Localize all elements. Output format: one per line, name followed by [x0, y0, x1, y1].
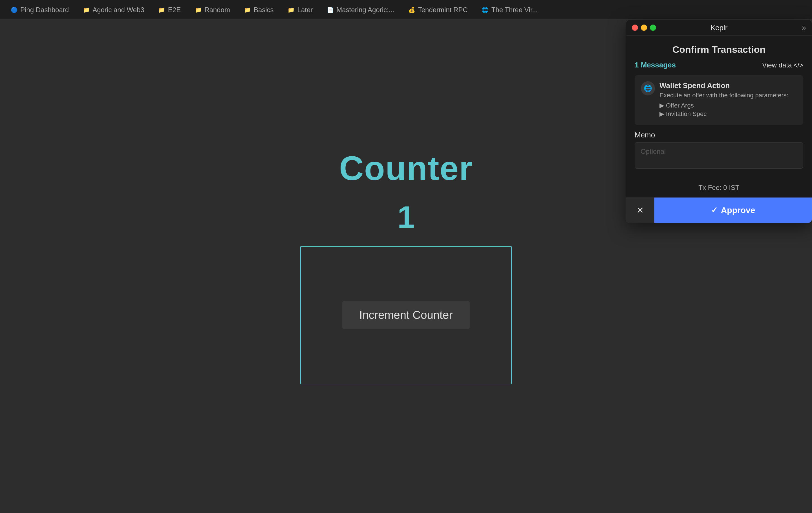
- confirm-transaction-title: Confirm Transaction: [635, 44, 803, 55]
- tab-agoric-web3[interactable]: 📁 Agoric and Web3: [78, 4, 149, 16]
- ping-dashboard-icon: 🔵: [10, 6, 18, 14]
- messages-count: 1 Messages: [635, 61, 676, 70]
- counter-value: 1: [397, 199, 414, 235]
- folder-icon-e2e: 📁: [158, 6, 166, 14]
- keplr-titlebar: Keplr »: [626, 20, 812, 35]
- tab-ping-dashboard-label: Ping Dashboard: [20, 6, 69, 14]
- maximize-window-button[interactable]: [650, 25, 656, 31]
- keplr-app-title: Keplr: [710, 23, 728, 32]
- checkmark-icon: ✓: [711, 206, 718, 215]
- traffic-lights: [632, 25, 656, 31]
- memo-label: Memo: [635, 131, 803, 139]
- tab-e2e-label: E2E: [168, 6, 181, 14]
- message-description: Execute an offer with the following para…: [660, 92, 797, 99]
- tab-random-label: Random: [204, 6, 230, 14]
- tx-fee: Tx Fee: 0 IST: [635, 184, 803, 192]
- folder-icon: 📁: [82, 6, 90, 14]
- tab-basics-label: Basics: [254, 6, 274, 14]
- tab-later[interactable]: 📁 Later: [283, 4, 317, 16]
- invitation-spec-arrow: ▶: [660, 110, 664, 118]
- increment-counter-button[interactable]: Increment Counter: [342, 301, 469, 329]
- close-window-button[interactable]: [632, 25, 638, 31]
- counter-app: Counter 1 Increment Counter: [300, 149, 512, 384]
- tab-mastering-agoric[interactable]: 📄 Mastering Agoric:...: [322, 4, 399, 16]
- code-icon: </>: [793, 61, 803, 69]
- folder-icon-random: 📁: [194, 6, 202, 14]
- view-data-label: View data: [762, 61, 792, 69]
- tab-e2e[interactable]: 📁 E2E: [153, 4, 185, 16]
- offer-args-expandable[interactable]: ▶ Offer Args: [660, 102, 797, 109]
- messages-label: Messages: [641, 61, 676, 69]
- memo-input[interactable]: [635, 142, 803, 169]
- message-title: Wallet Spend Action: [660, 81, 797, 90]
- tab-three-vir-label: The Three Vir...: [491, 6, 538, 14]
- offer-args-label: Offer Args: [666, 102, 694, 109]
- tab-agoric-label: Agoric and Web3: [92, 6, 144, 14]
- folder-icon-later: 📁: [287, 6, 295, 14]
- globe-icon: 🌐: [481, 6, 489, 14]
- folder-icon-basics: 📁: [243, 6, 252, 14]
- coin-icon: 💰: [408, 6, 416, 14]
- tab-later-label: Later: [297, 6, 313, 14]
- message-count-number: 1: [635, 61, 639, 69]
- wallet-action-icon: 🌐: [641, 81, 655, 96]
- keplr-popup: Keplr » Confirm Transaction 1 Messages V…: [626, 20, 812, 223]
- tab-basics[interactable]: 📁 Basics: [239, 4, 278, 16]
- tab-random[interactable]: 📁 Random: [190, 4, 235, 16]
- view-data-button[interactable]: View data </>: [762, 61, 803, 69]
- cancel-icon: ✕: [636, 205, 644, 216]
- expand-icon[interactable]: »: [802, 23, 806, 32]
- cancel-button[interactable]: ✕: [626, 197, 655, 223]
- offer-args-arrow: ▶: [660, 102, 664, 109]
- message-card: 🌐 Wallet Spend Action Execute an offer w…: [635, 75, 803, 125]
- invitation-spec-expandable[interactable]: ▶ Invitation Spec: [660, 110, 797, 118]
- browser-chrome: 🔵 Ping Dashboard 📁 Agoric and Web3 📁 E2E…: [0, 0, 812, 20]
- tab-tendermint-label: Tendermint RPC: [418, 6, 468, 14]
- counter-title: Counter: [339, 149, 473, 188]
- tab-three-vir[interactable]: 🌐 The Three Vir...: [477, 4, 543, 16]
- tab-tendermint[interactable]: 💰 Tendermint RPC: [403, 4, 472, 16]
- doc-icon: 📄: [326, 6, 334, 14]
- memo-section: Memo: [635, 131, 803, 169]
- messages-header: 1 Messages View data </>: [635, 61, 803, 70]
- invitation-spec-label: Invitation Spec: [666, 110, 706, 118]
- approve-label: Approve: [721, 206, 755, 215]
- approve-button[interactable]: ✓ Approve: [655, 197, 812, 223]
- tab-ping-dashboard[interactable]: 🔵 Ping Dashboard: [6, 4, 73, 16]
- keplr-body: Confirm Transaction 1 Messages View data…: [626, 35, 812, 197]
- counter-box: Increment Counter: [300, 246, 512, 384]
- tab-mastering-label: Mastering Agoric:...: [336, 6, 394, 14]
- message-content: Wallet Spend Action Execute an offer wit…: [660, 81, 797, 119]
- main-content: Counter 1 Increment Counter Keplr » Conf…: [0, 20, 812, 513]
- keplr-footer: ✕ ✓ Approve: [626, 197, 812, 223]
- minimize-window-button[interactable]: [641, 25, 647, 31]
